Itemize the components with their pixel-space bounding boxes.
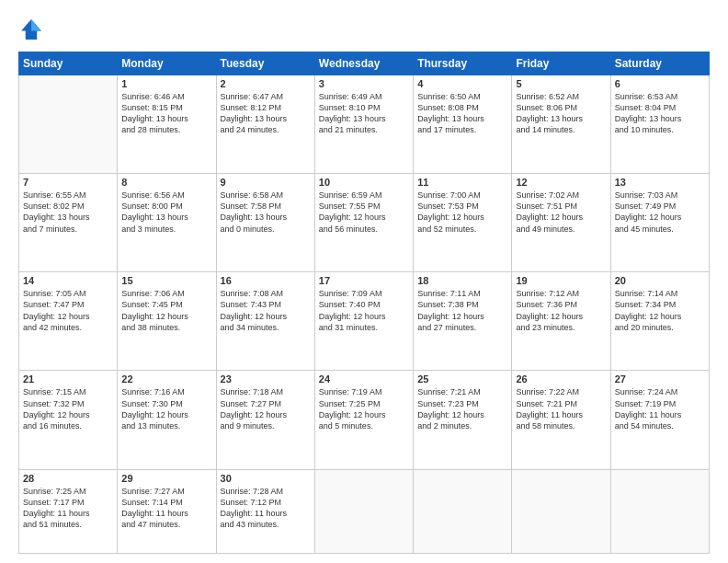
calendar-cell: 14Sunrise: 7:05 AMSunset: 7:47 PMDayligh…: [19, 272, 118, 371]
calendar-cell: [19, 75, 118, 174]
cell-daylight-info: Sunrise: 7:09 AMSunset: 7:40 PMDaylight:…: [319, 288, 409, 333]
calendar-cell: 27Sunrise: 7:24 AMSunset: 7:19 PMDayligh…: [610, 371, 709, 469]
day-number: 1: [121, 78, 211, 89]
cell-daylight-info: Sunrise: 7:06 AMSunset: 7:45 PMDaylight:…: [121, 288, 211, 333]
calendar-cell: 23Sunrise: 7:18 AMSunset: 7:27 PMDayligh…: [216, 371, 314, 469]
calendar-cell: 22Sunrise: 7:16 AMSunset: 7:30 PMDayligh…: [118, 371, 216, 469]
week-row-1: 1Sunrise: 6:46 AMSunset: 8:15 PMDaylight…: [19, 75, 710, 174]
cell-daylight-info: Sunrise: 6:50 AMSunset: 8:08 PMDaylight:…: [417, 91, 507, 136]
calendar-cell: 7Sunrise: 6:55 AMSunset: 8:02 PMDaylight…: [19, 174, 118, 272]
week-row-2: 7Sunrise: 6:55 AMSunset: 8:02 PMDaylight…: [19, 174, 710, 272]
calendar-cell: 4Sunrise: 6:50 AMSunset: 8:08 PMDaylight…: [414, 75, 512, 174]
day-number: 3: [319, 78, 409, 89]
calendar: SundayMondayTuesdayWednesdayThursdayFrid…: [18, 52, 710, 554]
page: SundayMondayTuesdayWednesdayThursdayFrid…: [0, 0, 728, 563]
weekday-header-sunday: Sunday: [19, 52, 118, 75]
calendar-cell: 16Sunrise: 7:08 AMSunset: 7:43 PMDayligh…: [216, 272, 314, 371]
cell-daylight-info: Sunrise: 7:08 AMSunset: 7:43 PMDaylight:…: [221, 288, 311, 333]
cell-daylight-info: Sunrise: 7:27 AMSunset: 7:14 PMDaylight:…: [121, 486, 211, 531]
week-row-3: 14Sunrise: 7:05 AMSunset: 7:47 PMDayligh…: [19, 272, 710, 371]
day-number: 22: [121, 373, 211, 385]
calendar-cell: 20Sunrise: 7:14 AMSunset: 7:34 PMDayligh…: [610, 272, 709, 371]
calendar-cell: 10Sunrise: 6:59 AMSunset: 7:55 PMDayligh…: [314, 174, 413, 272]
generalblue-logo-icon: [18, 17, 44, 42]
cell-daylight-info: Sunrise: 7:05 AMSunset: 7:47 PMDaylight:…: [23, 288, 113, 333]
day-number: 8: [121, 177, 211, 188]
logo: [18, 17, 48, 42]
cell-daylight-info: Sunrise: 7:11 AMSunset: 7:38 PMDaylight:…: [417, 288, 507, 333]
day-number: 2: [221, 78, 311, 89]
day-number: 30: [221, 473, 311, 484]
weekday-header-saturday: Saturday: [610, 52, 709, 75]
calendar-cell: 12Sunrise: 7:02 AMSunset: 7:51 PMDayligh…: [512, 174, 610, 272]
cell-daylight-info: Sunrise: 6:55 AMSunset: 8:02 PMDaylight:…: [23, 190, 113, 235]
weekday-header-wednesday: Wednesday: [314, 52, 413, 75]
day-number: 28: [23, 473, 113, 484]
day-number: 18: [417, 275, 507, 286]
cell-daylight-info: Sunrise: 7:16 AMSunset: 7:30 PMDaylight:…: [121, 386, 211, 431]
day-number: 12: [516, 177, 606, 188]
cell-daylight-info: Sunrise: 7:14 AMSunset: 7:34 PMDaylight:…: [615, 288, 705, 333]
day-number: 29: [121, 473, 211, 484]
calendar-cell: 25Sunrise: 7:21 AMSunset: 7:23 PMDayligh…: [414, 371, 512, 469]
cell-daylight-info: Sunrise: 7:02 AMSunset: 7:51 PMDaylight:…: [516, 190, 606, 235]
day-number: 16: [221, 275, 311, 286]
day-number: 17: [319, 275, 409, 286]
calendar-cell: [512, 469, 610, 553]
cell-daylight-info: Sunrise: 6:53 AMSunset: 8:04 PMDaylight:…: [615, 91, 705, 136]
calendar-cell: [414, 469, 512, 553]
header: [18, 17, 710, 42]
cell-daylight-info: Sunrise: 7:24 AMSunset: 7:19 PMDaylight:…: [615, 386, 705, 431]
svg-marker-1: [31, 19, 41, 30]
day-number: 23: [221, 373, 311, 385]
calendar-cell: 1Sunrise: 6:46 AMSunset: 8:15 PMDaylight…: [118, 75, 216, 174]
day-number: 9: [221, 177, 311, 188]
calendar-cell: 2Sunrise: 6:47 AMSunset: 8:12 PMDaylight…: [216, 75, 314, 174]
calendar-cell: 30Sunrise: 7:28 AMSunset: 7:12 PMDayligh…: [216, 469, 314, 553]
calendar-cell: 11Sunrise: 7:00 AMSunset: 7:53 PMDayligh…: [414, 174, 512, 272]
day-number: 26: [516, 373, 606, 385]
cell-daylight-info: Sunrise: 7:18 AMSunset: 7:27 PMDaylight:…: [221, 386, 311, 431]
calendar-cell: 24Sunrise: 7:19 AMSunset: 7:25 PMDayligh…: [314, 371, 413, 469]
cell-daylight-info: Sunrise: 7:00 AMSunset: 7:53 PMDaylight:…: [417, 190, 507, 235]
calendar-cell: 18Sunrise: 7:11 AMSunset: 7:38 PMDayligh…: [414, 272, 512, 371]
day-number: 7: [23, 177, 113, 188]
calendar-cell: 6Sunrise: 6:53 AMSunset: 8:04 PMDaylight…: [610, 75, 709, 174]
day-number: 20: [615, 275, 705, 286]
calendar-cell: 3Sunrise: 6:49 AMSunset: 8:10 PMDaylight…: [314, 75, 413, 174]
weekday-header-row: SundayMondayTuesdayWednesdayThursdayFrid…: [19, 52, 710, 75]
calendar-cell: 19Sunrise: 7:12 AMSunset: 7:36 PMDayligh…: [512, 272, 610, 371]
calendar-cell: 9Sunrise: 6:58 AMSunset: 7:58 PMDaylight…: [216, 174, 314, 272]
calendar-cell: 28Sunrise: 7:25 AMSunset: 7:17 PMDayligh…: [19, 469, 118, 553]
cell-daylight-info: Sunrise: 6:49 AMSunset: 8:10 PMDaylight:…: [319, 91, 409, 136]
day-number: 10: [319, 177, 409, 188]
calendar-cell: [314, 469, 413, 553]
cell-daylight-info: Sunrise: 6:52 AMSunset: 8:06 PMDaylight:…: [516, 91, 606, 136]
day-number: 6: [615, 78, 705, 89]
cell-daylight-info: Sunrise: 7:21 AMSunset: 7:23 PMDaylight:…: [417, 386, 507, 431]
day-number: 13: [615, 177, 705, 188]
cell-daylight-info: Sunrise: 7:28 AMSunset: 7:12 PMDaylight:…: [221, 486, 311, 531]
cell-daylight-info: Sunrise: 6:58 AMSunset: 7:58 PMDaylight:…: [221, 190, 311, 235]
calendar-cell: 21Sunrise: 7:15 AMSunset: 7:32 PMDayligh…: [19, 371, 118, 469]
calendar-cell: 5Sunrise: 6:52 AMSunset: 8:06 PMDaylight…: [512, 75, 610, 174]
week-row-5: 28Sunrise: 7:25 AMSunset: 7:17 PMDayligh…: [19, 469, 710, 553]
cell-daylight-info: Sunrise: 6:56 AMSunset: 8:00 PMDaylight:…: [121, 190, 211, 235]
day-number: 24: [319, 373, 409, 385]
calendar-cell: 26Sunrise: 7:22 AMSunset: 7:21 PMDayligh…: [512, 371, 610, 469]
week-row-4: 21Sunrise: 7:15 AMSunset: 7:32 PMDayligh…: [19, 371, 710, 469]
weekday-header-tuesday: Tuesday: [216, 52, 314, 75]
cell-daylight-info: Sunrise: 7:19 AMSunset: 7:25 PMDaylight:…: [319, 386, 409, 431]
cell-daylight-info: Sunrise: 7:25 AMSunset: 7:17 PMDaylight:…: [23, 486, 113, 531]
day-number: 25: [417, 373, 507, 385]
cell-daylight-info: Sunrise: 7:03 AMSunset: 7:49 PMDaylight:…: [615, 190, 705, 235]
calendar-cell: 8Sunrise: 6:56 AMSunset: 8:00 PMDaylight…: [118, 174, 216, 272]
calendar-cell: [610, 469, 709, 553]
calendar-cell: 15Sunrise: 7:06 AMSunset: 7:45 PMDayligh…: [118, 272, 216, 371]
cell-daylight-info: Sunrise: 7:12 AMSunset: 7:36 PMDaylight:…: [516, 288, 606, 333]
cell-daylight-info: Sunrise: 6:46 AMSunset: 8:15 PMDaylight:…: [121, 91, 211, 136]
day-number: 5: [516, 78, 606, 89]
day-number: 19: [516, 275, 606, 286]
weekday-header-thursday: Thursday: [414, 52, 512, 75]
day-number: 21: [23, 373, 113, 385]
